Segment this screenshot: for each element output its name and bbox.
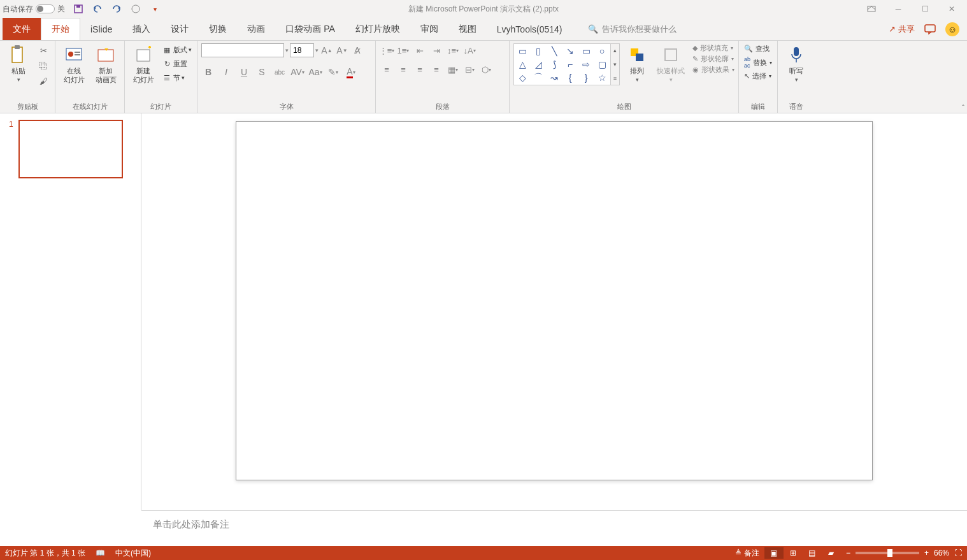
- collapse-ribbon-icon[interactable]: ˆ: [962, 104, 964, 111]
- shape-rtriangle-icon[interactable]: ◿: [531, 58, 546, 71]
- shape-elbow-icon[interactable]: ⌐: [562, 58, 578, 71]
- columns-icon[interactable]: ▦▾: [446, 62, 460, 76]
- normal-view-icon[interactable]: ▣: [764, 547, 784, 559]
- replace-button[interactable]: abac替换 ▾: [743, 55, 773, 69]
- shape-lbrace-icon[interactable]: {: [562, 71, 578, 84]
- reading-view-icon[interactable]: ▤: [803, 547, 822, 559]
- decrease-font-icon[interactable]: A▼: [335, 43, 349, 57]
- decrease-indent-icon[interactable]: ⇤: [413, 43, 427, 57]
- align-left-icon[interactable]: ≡: [380, 62, 394, 76]
- shape-arc-icon[interactable]: ⌒: [531, 71, 546, 84]
- qat-more-icon[interactable]: ▾: [149, 3, 161, 15]
- shape-arrow-line-icon[interactable]: ↘: [562, 45, 578, 57]
- shape-connector-icon[interactable]: ↝: [547, 71, 562, 84]
- undo-icon[interactable]: [92, 3, 103, 15]
- spellcheck-icon[interactable]: 📖: [96, 549, 105, 557]
- tab-insert[interactable]: 插入: [122, 18, 161, 40]
- numbering-icon[interactable]: 1≡▾: [396, 43, 410, 57]
- layout-button[interactable]: ▦版式 ▾: [161, 43, 193, 56]
- justify-icon[interactable]: ≡: [429, 62, 443, 76]
- feedback-smiley-icon[interactable]: ☺: [945, 22, 959, 36]
- tab-view[interactable]: 视图: [448, 18, 487, 40]
- notes-toggle[interactable]: ≜ 备注: [735, 548, 759, 559]
- slide-canvas[interactable]: [236, 121, 873, 480]
- shape-line-icon[interactable]: ╲: [547, 45, 562, 57]
- shape-curve-icon[interactable]: ⟆: [547, 58, 562, 71]
- shape-arrow-right-icon[interactable]: ⇨: [578, 58, 594, 71]
- shape-fill-button[interactable]: ◆形状填充 ▾: [692, 43, 734, 53]
- align-right-icon[interactable]: ≡: [413, 62, 427, 76]
- maximize-icon[interactable]: ☐: [912, 1, 938, 17]
- format-painter-icon[interactable]: 🖌: [36, 74, 51, 88]
- tab-animations[interactable]: 动画: [237, 18, 275, 40]
- shape-oval-icon[interactable]: ○: [594, 45, 610, 57]
- slide-thumbnail-1[interactable]: [18, 120, 123, 178]
- tab-home[interactable]: 开始: [41, 18, 80, 40]
- reset-button[interactable]: ↻重置: [161, 57, 193, 70]
- cut-icon[interactable]: ✂: [36, 43, 51, 57]
- copy-icon[interactable]: ⿻: [36, 59, 51, 73]
- fit-window-icon[interactable]: ⛶: [954, 549, 962, 557]
- sorter-view-icon[interactable]: ⊞: [784, 547, 803, 559]
- shape-roundrect2-icon[interactable]: ◇: [515, 71, 530, 84]
- select-button[interactable]: ↖选择 ▾: [743, 71, 773, 82]
- clear-formatting-icon[interactable]: A̷: [350, 43, 364, 57]
- zoom-in-icon[interactable]: +: [924, 549, 929, 557]
- shapes-more-icon[interactable]: ≡: [611, 72, 619, 85]
- minimize-icon[interactable]: ─: [885, 1, 911, 17]
- arrange-button[interactable]: 排列 ▾: [622, 43, 652, 84]
- shadow-icon[interactable]: abc: [273, 65, 287, 79]
- find-button[interactable]: 🔍查找: [743, 43, 773, 54]
- font-name-input[interactable]: [201, 43, 284, 57]
- section-button[interactable]: ☰节 ▾: [161, 71, 193, 84]
- shape-effects-button[interactable]: ◉形状效果 ▾: [692, 65, 734, 75]
- font-color-icon[interactable]: A▾: [344, 65, 358, 79]
- shape-vtextbox-icon[interactable]: ▯: [531, 45, 546, 57]
- shapes-scroll-down-icon[interactable]: ▾: [611, 58, 619, 71]
- zoom-level[interactable]: 66%: [934, 549, 949, 557]
- dictate-button[interactable]: 听写 ▾: [782, 43, 811, 84]
- slideshow-icon[interactable]: [130, 3, 141, 15]
- increase-font-icon[interactable]: A▲: [320, 43, 334, 57]
- shape-star-icon[interactable]: ☆: [594, 71, 610, 84]
- tab-transitions[interactable]: 切换: [199, 18, 237, 40]
- text-direction-icon[interactable]: ↓A▾: [462, 43, 476, 57]
- shape-triangle-icon[interactable]: △: [515, 58, 530, 71]
- tab-review[interactable]: 审阅: [410, 18, 448, 40]
- slide-counter[interactable]: 幻灯片 第 1 张，共 1 张: [5, 548, 85, 559]
- char-spacing-icon[interactable]: AV▾: [290, 65, 304, 79]
- share-button[interactable]: ↗ 共享: [889, 24, 915, 35]
- save-icon[interactable]: [73, 3, 84, 15]
- tab-slideshow[interactable]: 幻灯片放映: [345, 18, 410, 40]
- redo-icon[interactable]: [111, 3, 122, 15]
- shape-rbrace-icon[interactable]: }: [578, 71, 594, 84]
- line-spacing-icon[interactable]: ↕≡▾: [446, 43, 460, 57]
- change-case-icon[interactable]: Aa▾: [308, 65, 322, 79]
- new-anim-page-button[interactable]: 新加 动画页: [91, 43, 120, 86]
- autosave-toggle[interactable]: 自动保存 关: [3, 4, 65, 15]
- zoom-slider[interactable]: [856, 552, 919, 554]
- underline-icon[interactable]: U: [237, 65, 251, 79]
- shape-rect-icon[interactable]: ▭: [578, 45, 594, 57]
- ribbon-options-icon[interactable]: [859, 1, 884, 17]
- bullets-icon[interactable]: ⋮≡▾: [380, 43, 394, 57]
- tab-islide[interactable]: iSlide: [80, 18, 122, 40]
- notes-pane[interactable]: 单击此处添加备注: [141, 510, 967, 546]
- shapes-gallery[interactable]: ▭ ▯ ╲ ↘ ▭ ○ △ ◿ ⟆ ⌐ ⇨ ▢ ◇ ⌒ ↝ { }: [513, 43, 611, 85]
- bold-icon[interactable]: B: [201, 65, 215, 79]
- smartart-icon[interactable]: ⬡▾: [479, 62, 493, 76]
- tab-file[interactable]: 文件: [3, 18, 41, 40]
- paste-button[interactable]: 粘贴 ▾: [4, 43, 33, 84]
- tab-pocket-anim[interactable]: 口袋动画 PA: [275, 18, 345, 40]
- zoom-out-icon[interactable]: −: [846, 549, 850, 557]
- comments-icon[interactable]: [924, 24, 936, 35]
- highlight-icon[interactable]: ✎▾: [326, 65, 340, 79]
- quick-styles-button[interactable]: 快速样式 ▾: [654, 43, 687, 84]
- shape-outline-button[interactable]: ✎形状轮廓 ▾: [692, 54, 734, 64]
- strikethrough-icon[interactable]: S: [255, 65, 269, 79]
- increase-indent-icon[interactable]: ⇥: [429, 43, 443, 57]
- align-text-icon[interactable]: ⊟▾: [462, 62, 476, 76]
- tab-design[interactable]: 设计: [161, 18, 199, 40]
- shape-roundrect-icon[interactable]: ▢: [594, 58, 610, 71]
- tab-lvyhtools[interactable]: LvyhTools(0514): [487, 18, 573, 40]
